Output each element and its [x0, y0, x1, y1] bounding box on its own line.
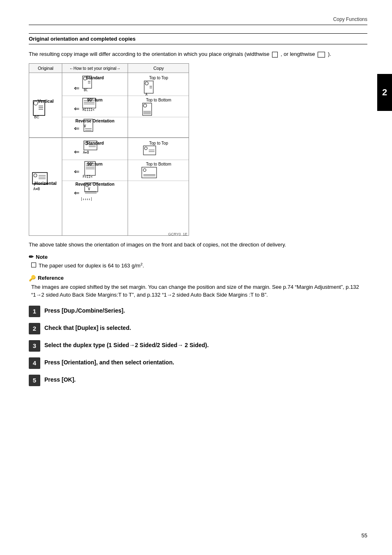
step-2-text: Check that [Duplex] is selected. [44, 323, 131, 333]
svg-text:←How to set your original→: ←How to set your original→ [69, 66, 121, 71]
svg-rect-25 [144, 81, 153, 93]
svg-text:⇐: ⇐ [74, 148, 79, 155]
note-section: ✏ Note The paper used for duplex is 64 t… [29, 253, 367, 270]
step-4-text: Press [Orientation], and then select ori… [44, 357, 174, 368]
note-item-1: The paper used for duplex is 64 to 163 g… [31, 262, 367, 270]
svg-point-71 [145, 147, 148, 150]
svg-text:Top to Top: Top to Top [149, 76, 168, 80]
note-heading: ✏ Note [29, 253, 367, 260]
svg-text:⇐: ⇐ [74, 105, 79, 112]
step-2: 2 Check that [Duplex] is selected. [29, 323, 367, 334]
note-text-1: The paper used for duplex is 64 to 163 g… [39, 262, 144, 270]
svg-text:Standard: Standard [86, 141, 104, 145]
intro-text-1: The resulting copy image will differ acc… [29, 51, 270, 57]
svg-text:F=II<: F=II< [83, 175, 92, 179]
note-heading-text: Note [36, 254, 48, 260]
page-number: 55 [362, 532, 367, 539]
header-line: Copy Functions [29, 16, 367, 25]
svg-point-26 [145, 82, 148, 85]
step-1: 1 Press [Dup./Combine/Series]. [29, 306, 367, 317]
svg-point-40 [143, 104, 147, 107]
svg-text:A≡B: A≡B [83, 151, 89, 154]
svg-text:Standard: Standard [86, 76, 104, 80]
svg-text:Top to Top: Top to Top [149, 141, 168, 145]
intro-text-3: ). [328, 51, 331, 57]
step-1-number: 1 [29, 306, 40, 317]
svg-point-85 [143, 168, 146, 171]
svg-text:⇐: ⇐ [74, 168, 79, 175]
svg-text:90° turn: 90° turn [87, 98, 102, 102]
note-icon: ✏ [29, 253, 34, 260]
svg-text:V: V [84, 124, 86, 128]
step-3-text: Select the duplex type (1 Sided→2 Sided/… [44, 340, 209, 350]
reference-body: The images are copied shifted by the set… [31, 283, 367, 299]
svg-text:T: T [33, 183, 36, 187]
svg-text:Horizontal: Horizontal [35, 181, 57, 186]
svg-text:A: A [145, 93, 148, 97]
page-container: Copy Functions 2 Original orientation an… [0, 0, 392, 555]
svg-text:Top to Bottom: Top to Bottom [146, 98, 171, 102]
reference-heading-text: Reference [38, 275, 64, 281]
svg-text:⇐: ⇐ [74, 125, 79, 132]
svg-text:Original: Original [38, 66, 53, 71]
step-1-text: Press [Dup./Combine/Series]. [44, 306, 125, 316]
widthwise-icon [272, 52, 278, 58]
svg-text:A≡B: A≡B [33, 187, 40, 191]
section-heading: Original orientation and completed copie… [29, 33, 367, 44]
step-3-number: 3 [29, 340, 40, 352]
steps-section: 1 Press [Dup./Combine/Series]. 2 Check t… [29, 306, 367, 386]
chapter-tab: 2 [377, 74, 392, 111]
svg-text:⇐: ⇐ [74, 85, 79, 92]
step-5: 5 Press [OK]. [29, 375, 367, 386]
svg-text:BC: BC [34, 115, 39, 119]
reference-icon: 🔑 [29, 275, 36, 281]
svg-text:Vertical: Vertical [37, 99, 53, 104]
reference-heading: 🔑 Reference [29, 275, 367, 281]
chapter-number: 2 [382, 87, 387, 98]
step-5-number: 5 [29, 375, 40, 386]
svg-text:V: V [88, 187, 90, 191]
header-title: Copy Functions [333, 16, 367, 22]
step-3: 3 Select the duplex type (1 Sided→2 Side… [29, 340, 367, 352]
note-checkbox [31, 263, 36, 267]
orientation-svg: Original ←How to set your original→ Copy… [29, 63, 189, 236]
step-5-text: Press [OK]. [44, 375, 76, 385]
step-2-number: 2 [29, 323, 40, 334]
svg-text:Reverse Orientation: Reverse Orientation [75, 119, 114, 123]
after-table-text: The above table shows the orientation of… [29, 241, 367, 249]
orientation-diagram: Original ←How to set your original→ Copy… [29, 63, 367, 236]
svg-text:⇐: ⇐ [74, 189, 79, 196]
svg-text:BC: BC [84, 88, 88, 92]
svg-rect-39 [143, 103, 152, 115]
svg-text:Top to Bottom: Top to Bottom [146, 162, 171, 166]
reference-section: 🔑 Reference The images are copied shifte… [29, 275, 367, 299]
svg-text:Copy: Copy [153, 66, 164, 71]
main-content: Original orientation and completed copie… [29, 33, 367, 386]
svg-text:HIIII<: HIIII< [83, 108, 95, 112]
intro-text-2: , or lengthwise [281, 51, 315, 57]
intro-paragraph: The resulting copy image will differ acc… [29, 50, 367, 58]
svg-point-56 [34, 174, 37, 177]
lengthwise-icon [318, 52, 325, 58]
step-4: 4 Press [Orientation], and then select o… [29, 357, 367, 369]
svg-text:GCRY0_1E: GCRY0_1E [168, 232, 187, 236]
svg-text:|↓↓↓↓|: |↓↓↓↓| [81, 197, 92, 201]
step-4-number: 4 [29, 357, 40, 369]
